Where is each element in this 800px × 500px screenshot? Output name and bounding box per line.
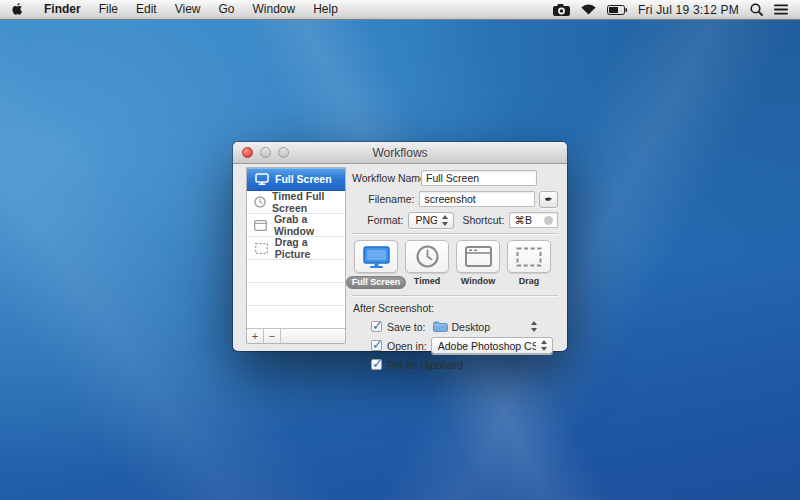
close-button[interactable] bbox=[242, 147, 253, 158]
mode-full-screen[interactable]: Full Screen bbox=[354, 240, 398, 289]
filename-input[interactable] bbox=[419, 191, 535, 207]
camera-icon[interactable] bbox=[553, 4, 570, 16]
open-in-popup[interactable]: Adobe Photoshop CS5 bbox=[431, 337, 553, 354]
save-to-label: Save to: bbox=[387, 321, 426, 333]
filename-label: Filename: bbox=[352, 193, 414, 205]
mode-drag-button[interactable] bbox=[507, 240, 551, 273]
open-in-value: Adobe Photoshop CS5 bbox=[438, 340, 536, 352]
popup-arrows-icon bbox=[540, 340, 549, 351]
workflow-item-label: Drag a Picture bbox=[275, 236, 345, 260]
display-icon bbox=[363, 246, 390, 268]
popup-arrows-icon bbox=[441, 215, 450, 226]
window-icon bbox=[254, 220, 268, 231]
menu-item-view[interactable]: View bbox=[166, 0, 210, 20]
section-divider bbox=[352, 233, 558, 234]
window-icon bbox=[465, 246, 492, 267]
shortcut-field[interactable]: ⌘B bbox=[509, 212, 558, 228]
minimize-button[interactable] bbox=[260, 147, 271, 158]
window-title-bar[interactable]: Workflows bbox=[233, 142, 567, 164]
shortcut-value: ⌘B bbox=[514, 214, 544, 226]
zoom-button[interactable] bbox=[278, 147, 289, 158]
add-workflow-button[interactable]: + bbox=[247, 329, 264, 343]
pen-icon: ✒ bbox=[545, 194, 553, 205]
menu-item-file[interactable]: File bbox=[90, 0, 127, 20]
mode-label: Full Screen bbox=[346, 276, 407, 289]
format-popup[interactable]: PNG bbox=[408, 212, 454, 229]
clipboard-checkbox[interactable] bbox=[371, 359, 382, 370]
display-icon bbox=[254, 173, 269, 185]
clear-shortcut-button[interactable] bbox=[544, 216, 553, 225]
menu-item-finder[interactable]: Finder bbox=[35, 0, 90, 20]
apple-menu[interactable] bbox=[0, 3, 35, 17]
menu-item-go[interactable]: Go bbox=[210, 0, 244, 20]
workflow-item-full-screen[interactable]: Full Screen bbox=[247, 168, 345, 191]
list-footer-bar: + − bbox=[247, 328, 345, 343]
clock-icon bbox=[416, 245, 439, 268]
mode-label: Timed bbox=[414, 276, 440, 286]
workflow-item-label: Grab a Window bbox=[274, 213, 345, 237]
workflow-detail-panel: Workflow Name: Filename: ✒ Format: PNG S… bbox=[352, 170, 558, 376]
apple-icon bbox=[12, 3, 25, 17]
dashed-selection-icon bbox=[254, 243, 269, 254]
after-screenshot-heading: After Screenshot: bbox=[353, 302, 558, 314]
workflows-window: Workflows Full Screen bbox=[233, 142, 567, 351]
workflow-item-drag-a-picture[interactable]: Drag a Picture bbox=[247, 237, 345, 260]
clipboard-label: Put on clipboard bbox=[387, 359, 463, 371]
mode-label: Window bbox=[461, 276, 495, 286]
spotlight-icon[interactable] bbox=[750, 3, 763, 16]
clipboard-row: Put on clipboard bbox=[371, 357, 558, 372]
folder-icon bbox=[433, 321, 448, 332]
mode-full-screen-button[interactable] bbox=[354, 240, 398, 273]
battery-icon[interactable] bbox=[607, 5, 627, 15]
mode-drag[interactable]: Drag bbox=[507, 240, 551, 289]
menu-item-help[interactable]: Help bbox=[304, 0, 347, 20]
popup-arrows-icon[interactable] bbox=[530, 321, 539, 332]
save-to-row: Save to: Desktop bbox=[371, 319, 558, 334]
workflow-item-timed-full-screen[interactable]: Timed Full Screen bbox=[247, 191, 345, 214]
save-to-checkbox[interactable] bbox=[371, 321, 382, 332]
section-divider bbox=[352, 295, 558, 296]
capture-mode-row: Full Screen Timed bbox=[354, 240, 558, 289]
workflow-name-label: Workflow Name: bbox=[352, 172, 416, 184]
filename-token-button[interactable]: ✒ bbox=[539, 191, 558, 208]
clock-icon bbox=[254, 196, 266, 208]
open-in-label: Open in: bbox=[387, 340, 427, 352]
mode-label: Drag bbox=[519, 276, 540, 286]
format-label: Format: bbox=[352, 214, 403, 226]
save-to-value[interactable]: Desktop bbox=[452, 321, 491, 333]
open-in-row: Open in: Adobe Photoshop CS5 bbox=[371, 338, 558, 353]
workflow-list: Full Screen Timed Full Screen bbox=[246, 167, 346, 344]
workflow-name-input[interactable] bbox=[421, 170, 537, 186]
workflow-item-label: Timed Full Screen bbox=[272, 190, 345, 214]
format-value: PNG bbox=[415, 214, 437, 226]
menu-bar-clock[interactable]: Fri Jul 19 3:12 PM bbox=[638, 3, 739, 17]
dashed-selection-icon bbox=[516, 247, 542, 267]
workflow-item-label: Full Screen bbox=[275, 173, 332, 185]
menu-item-window[interactable]: Window bbox=[244, 0, 305, 20]
remove-workflow-button[interactable]: − bbox=[264, 329, 281, 343]
window-content: Full Screen Timed Full Screen bbox=[233, 164, 567, 350]
mode-timed-button[interactable] bbox=[405, 240, 449, 273]
shortcut-label: Shortcut: bbox=[462, 214, 504, 226]
wifi-icon[interactable] bbox=[581, 4, 596, 15]
mode-timed[interactable]: Timed bbox=[405, 240, 449, 289]
menu-bar: Finder File Edit View Go Window Help Fri… bbox=[0, 0, 800, 20]
mode-window-button[interactable] bbox=[456, 240, 500, 273]
workflow-item-grab-a-window[interactable]: Grab a Window bbox=[247, 214, 345, 237]
mode-window[interactable]: Window bbox=[456, 240, 500, 289]
open-in-checkbox[interactable] bbox=[371, 340, 382, 351]
notification-center-icon[interactable] bbox=[774, 4, 788, 15]
menu-item-edit[interactable]: Edit bbox=[127, 0, 166, 20]
